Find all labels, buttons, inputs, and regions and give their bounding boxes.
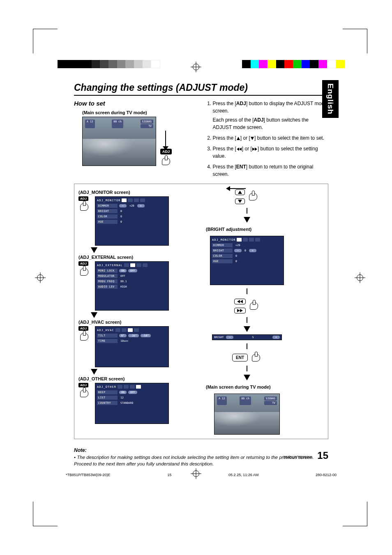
footer-file: *TB851P/TB853W(09-20)E (66, 473, 111, 477)
bar-label: BRIGHT (214, 336, 224, 339)
folder-icon (237, 238, 242, 242)
caption-bright-adj: (BRIGHT adjustment) (206, 227, 251, 232)
flow-arrow-down-icon (91, 369, 97, 375)
flow-arrow-down-icon (244, 375, 250, 380)
row-label: HUE (212, 259, 233, 263)
footer-date: 05.2.25, 11:26 AM (228, 473, 258, 477)
folder-icon (122, 198, 127, 202)
bright-monitor-screen: ADJ_MONITOR DIMMER+29 BRIGHT−0+ COLOR0 H… (210, 236, 284, 285)
adj-monitor-screen: ADJ_MONITOR DIMMER−+29+ BRIGHT0 COLOR0 H… (95, 196, 169, 246)
flow-line-icon (247, 366, 247, 371)
step-1: Press the [ADJ] button to display the AD… (213, 100, 329, 131)
row-value: 12 (119, 396, 125, 399)
tv-mode-screen-2: A 12 00 ch SIGNAS TV (214, 394, 280, 435)
row-label: BRIGHT (212, 249, 233, 253)
step3-mid: ] or [ (242, 146, 252, 152)
page-number: 15 (317, 450, 328, 461)
flow-line-icon (247, 208, 247, 214)
language-tab: English (322, 80, 339, 118)
row-value: HIGH (119, 285, 128, 288)
footer-page: 15 (167, 473, 171, 477)
folder-icon (243, 238, 248, 242)
opt-off: OFF (128, 269, 137, 272)
up-triangle-icon (236, 136, 240, 140)
grayscale-bar (58, 60, 160, 68)
rewind-icon (236, 147, 242, 151)
plus-pill: + (137, 204, 145, 207)
row-value: 0 (234, 260, 238, 263)
folder-icon (130, 385, 135, 389)
hand-icon (248, 301, 260, 311)
step-2: Press the [] or [] button to select the … (213, 134, 329, 142)
forward-icon (252, 147, 258, 151)
registration-mark-right (357, 274, 363, 281)
row-value: 10sec (119, 339, 130, 343)
folder-icon (118, 385, 122, 389)
hand-icon (247, 191, 259, 201)
step-4: Press the [ENT] button to return to the … (213, 163, 329, 178)
opt: -16° (128, 334, 139, 337)
tv-channel-left: A 12 (85, 120, 95, 128)
flow-line-icon (247, 288, 247, 294)
tv-background (83, 139, 156, 166)
row-label: DIMMER (212, 243, 233, 247)
adj-other-screen: ADJ_OTHER BEEPONOFF LIST12 COUNTRYSTANDA… (95, 383, 169, 424)
svg-marker-4 (252, 147, 255, 151)
steps-list: Press the [ADJ] button to display the AD… (213, 100, 329, 178)
step4-pre: Press the [ (213, 164, 236, 170)
folder-icon (124, 385, 129, 389)
tv-signal: SIGNAS (141, 120, 153, 124)
row-label: COUNTRY (97, 401, 118, 405)
screen-header: ADJ_OTHER (97, 385, 116, 389)
row-value: 88.1 (119, 280, 128, 283)
step3-pre: Press the [ (213, 146, 236, 152)
caption-adj-external: (ADJ_EXTERNAL screen) (78, 255, 194, 260)
down-triangle-icon (250, 136, 254, 140)
hand-icon (78, 267, 90, 276)
row-label: BRIGHT (97, 209, 118, 213)
folder-icon (124, 263, 129, 267)
left-screen-stack: (ADJ_MONITOR screen) ADJ ADJ_MONITOR DIM… (78, 188, 194, 435)
row-value: 0 (243, 249, 247, 252)
row-label: AUDIO LEV (97, 285, 118, 289)
adj-icon: ADJ (78, 383, 88, 387)
row-label: HUE (97, 220, 118, 224)
row-value: +29 (234, 244, 242, 247)
opt: -50° (141, 334, 151, 337)
plus-pill: + (249, 249, 256, 252)
tv-channel-left: A 12 (217, 396, 227, 405)
note-heading: Note: (74, 447, 328, 453)
row-value: +29 (128, 204, 136, 207)
folder-icon (255, 238, 260, 242)
screen-header: ADJ_HVAC (97, 329, 114, 332)
row-value: 0 (119, 210, 123, 213)
row-value: OFF (119, 274, 127, 278)
row-label: COLOR (97, 214, 118, 219)
caption-adj-hvac: (ADJ_HVAC screen) (78, 320, 194, 325)
row-value: 0 (119, 215, 123, 218)
row-label: DIMMER (97, 204, 118, 208)
footer-code: 280-8212-00 (316, 473, 337, 477)
adj-icon: ADJ (78, 196, 88, 201)
tv-signal: SIGNAS (264, 396, 277, 401)
tv-mode: TV (141, 124, 153, 128)
step2-mid: ] or [ (240, 135, 250, 141)
row-value: 0 (234, 254, 238, 258)
step-3: Press the [] or [] button to select the … (213, 145, 329, 160)
step1-sub-key: ADJ (254, 117, 264, 123)
svg-marker-3 (239, 147, 242, 151)
svg-marker-0 (237, 137, 240, 140)
caption-adj-other: (ADJ_OTHER screen) (78, 376, 194, 381)
crop-mark-bottom-right (343, 502, 367, 526)
folder-icon (115, 328, 120, 332)
flow-arrow-down-icon (244, 326, 250, 332)
minus-pill: − (226, 336, 233, 339)
bar-value: 5 (236, 336, 270, 339)
rewind-button-icon (234, 299, 246, 304)
hand-icon (160, 156, 172, 166)
row-value: STANDARD (119, 401, 134, 405)
down-button-icon (235, 198, 245, 204)
step1-key: ADJ (236, 101, 246, 106)
crop-mark-bottom-left (33, 502, 58, 526)
hand-icon (250, 352, 262, 362)
